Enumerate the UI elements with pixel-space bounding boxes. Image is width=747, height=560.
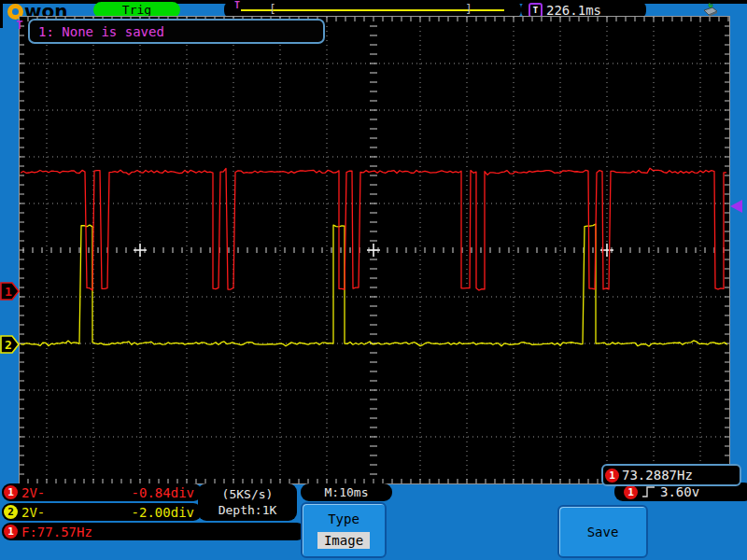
sample-rate: (5KS/s): [222, 487, 274, 501]
type-selected-value[interactable]: Image: [317, 532, 370, 549]
ch2-volts-per-div: 2V-: [21, 505, 45, 520]
timebase-box: M:10ms: [301, 483, 392, 501]
frequency-counter-box: 1 73.2887Hz: [601, 464, 741, 486]
svg-text:1: 1: [5, 285, 12, 299]
frequency-counter-value: 73.2887Hz: [622, 468, 693, 483]
trigger-level-arrow-icon: [730, 200, 742, 213]
ch2-badge-icon: 2: [4, 505, 18, 519]
ch2-offset: -2.00div: [132, 505, 194, 520]
rising-edge-icon: [641, 484, 656, 499]
message-text: 1: None is saved: [38, 24, 164, 39]
ch1-volts-per-div: 2V-: [21, 485, 45, 500]
save-button-label: Save: [587, 525, 619, 539]
type-menu-button[interactable]: Type Image: [301, 502, 387, 558]
ruler-trigger-marker-icon: T: [234, 0, 240, 10]
trigger-status-pill: Trig: [93, 2, 180, 18]
trigger-position-offscreen-marker: T: [16, 18, 23, 32]
message-popup: 1: None is saved: [28, 19, 325, 44]
oscilloscope-screen: { "header": { "logo_o": "o", "logo_rest"…: [0, 0, 747, 560]
ch1-position-marker: 1: [0, 282, 20, 301]
ch1-info-box: 1 2V- -0.84div: [2, 483, 202, 501]
ruler-window-left-bracket: [: [269, 2, 276, 17]
ch1-frequency-value: F:77.57Hz: [21, 525, 92, 539]
trigger-level-value: 3.60v: [660, 484, 699, 499]
graticule-area: [20, 17, 729, 483]
ch1-offset: -0.84div: [132, 485, 194, 500]
ch1-badge-icon: 1: [605, 469, 619, 483]
ch1-frequency-box: 1 F:77.57Hz: [2, 523, 305, 540]
type-label: Type: [328, 511, 359, 526]
acquisition-info-box: (5KS/s) Depth:1K: [198, 483, 297, 521]
save-button[interactable]: Save: [557, 505, 648, 558]
ch1-badge-icon: 1: [4, 525, 18, 539]
corner-sliver: [0, 0, 3, 28]
svg-text:2: 2: [5, 338, 12, 352]
trigger-time-value: 226.1ms: [546, 3, 601, 18]
trigger-t-badge-icon: T: [529, 3, 543, 18]
timebase-value: M:10ms: [325, 485, 369, 499]
trigger-status-label: Trig: [122, 3, 151, 17]
ch1-badge-icon: 1: [4, 485, 18, 499]
ch2-position-marker: 2: [0, 335, 20, 354]
ch1-badge-icon: 1: [624, 485, 638, 499]
memory-depth: Depth:1K: [218, 503, 277, 517]
waveform-svg: [20, 17, 729, 483]
ch2-info-box: 2 2V- -2.00div: [2, 503, 202, 521]
ruler-window-right-bracket: ]: [465, 2, 472, 17]
